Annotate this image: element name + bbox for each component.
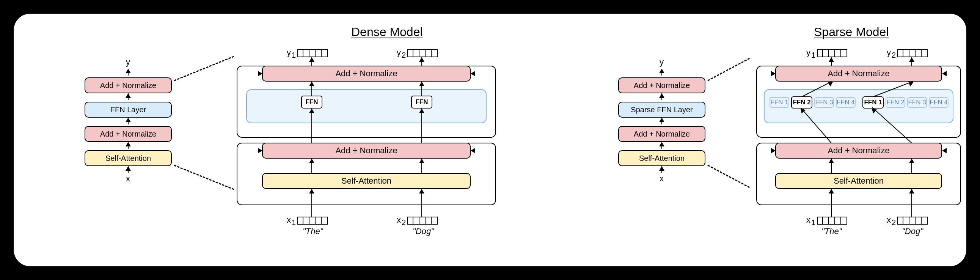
- dense-y2-lbl: y: [397, 48, 401, 58]
- sparse-x2-token: "Dog": [902, 226, 923, 236]
- sparse-y1-cells: [817, 49, 847, 57]
- sparse-left-e1: FFN 1: [770, 97, 789, 108]
- sparse-attn-up2-head: [909, 159, 915, 163]
- dense-attn-up1-head: [309, 159, 314, 163]
- dense-ffn1-up-head: [309, 81, 314, 86]
- sparse-y2-arrow-head: [909, 57, 915, 62]
- sparse-y1-lbl: y: [806, 48, 810, 58]
- dense-y1-lbl: y: [287, 48, 291, 58]
- sparse-small-arrow-3-head: [659, 93, 665, 98]
- sparse-y2-cells: [897, 49, 928, 57]
- sparse-small-y-label: y: [660, 57, 664, 67]
- dense-small-addnorm-top: Add + Normalize: [84, 77, 172, 93]
- sparse-small-self-attn: Self-Attention: [618, 150, 705, 166]
- dense-small-arrow-y-head: [126, 69, 131, 73]
- dense-ffn2-in-line: [422, 108, 422, 143]
- dense-addnorm-top-arrow-right: [471, 71, 475, 76]
- sparse-addnorm-top: Add + Normalize: [775, 66, 942, 81]
- sparse-small-arrow-y-head: [659, 69, 665, 73]
- sparse-self-attn: Self-Attention: [775, 173, 942, 189]
- sparse-y1-sub: 1: [811, 51, 815, 60]
- sparse-small-ffn-layer: Sparse FFN Layer: [618, 102, 705, 118]
- title-sparse: Sparse Model: [814, 25, 889, 39]
- dense-small-arrow-3-head: [126, 93, 131, 98]
- sparse-x1-token: "The": [821, 226, 842, 236]
- dense-self-attn: Self-Attention: [262, 173, 471, 189]
- sparse-x1-sub: 1: [811, 218, 815, 227]
- sparse-addnorm-bottom-arrow-left: [771, 148, 776, 153]
- dense-attn-up2-head: [419, 159, 425, 163]
- dense-ffn2-in-head: [419, 108, 425, 113]
- dense-x1-token: "The": [303, 226, 323, 236]
- sparse-x2-sub: 2: [892, 218, 896, 227]
- sparse-addnorm-bottom-arrow-right: [942, 148, 947, 153]
- dense-dashed-bottom: [174, 165, 234, 190]
- sparse-x2-up-head: [909, 189, 915, 194]
- dense-small-self-attn: Self-Attention: [84, 150, 172, 166]
- dense-x1-lbl: x: [287, 215, 291, 225]
- sparse-addnorm-bottom: Add + Normalize: [775, 143, 942, 159]
- dense-ffn2-up-head: [419, 81, 425, 86]
- dense-addnorm-bottom-arrow-left: [258, 148, 262, 153]
- dense-x2-up-head: [419, 189, 425, 194]
- dense-addnorm-bottom: Add + Normalize: [262, 143, 471, 159]
- sparse-addnorm-top-arrow-right: [942, 71, 947, 76]
- dense-small-ffn-layer: FFN Layer: [84, 102, 172, 118]
- sparse-dashed-top: [707, 58, 750, 81]
- sparse-y2-sub: 2: [892, 51, 896, 60]
- sparse-left-e3: FFN 3: [814, 97, 834, 108]
- sparse-x2-cells: [897, 216, 928, 224]
- dense-dashed-top: [174, 56, 234, 81]
- title-dense: Dense Model: [351, 25, 423, 39]
- sparse-dashed-bottom: [707, 165, 750, 188]
- dense-small-arrow-2-head: [126, 118, 131, 122]
- dense-addnorm-top: Add + Normalize: [262, 66, 471, 81]
- sparse-x1-up-head: [829, 189, 834, 194]
- sparse-y1-arrow-head: [829, 57, 834, 62]
- sparse-x2-lbl: x: [887, 215, 891, 225]
- dense-y2-sub: 2: [402, 51, 406, 60]
- dense-x2-cells: [407, 216, 438, 224]
- dense-small-x-label: x: [126, 174, 130, 184]
- sparse-small-arrow-x-head: [659, 166, 665, 171]
- dense-x1-up-head: [309, 189, 314, 194]
- sparse-small-arrow-2-head: [659, 118, 665, 122]
- dense-small-arrow-x-head: [126, 166, 131, 171]
- dense-ffn-chip-1: FFN: [301, 95, 322, 108]
- sparse-right-e2: FFN 2: [886, 97, 905, 108]
- sparse-small-x-label: x: [660, 174, 664, 184]
- dense-y1-cells: [298, 49, 328, 57]
- sparse-y2-lbl: y: [887, 48, 891, 58]
- dense-x2-lbl: x: [397, 215, 401, 225]
- dense-y2-arrow-head: [419, 57, 425, 62]
- sparse-small-addnorm-top: Add + Normalize: [618, 77, 705, 93]
- dense-addnorm-top-arrow-left: [258, 71, 262, 76]
- sparse-addnorm-top-arrow-left: [771, 71, 776, 76]
- dense-y2-cells: [407, 49, 438, 57]
- dense-addnorm-bottom-arrow-right: [471, 148, 475, 153]
- dense-y1-arrow-head: [309, 57, 314, 62]
- dense-small-addnorm-bottom: Add + Normalize: [84, 126, 172, 142]
- dense-x2-sub: 2: [402, 218, 406, 227]
- dense-small-y-label: y: [126, 57, 130, 67]
- dense-x2-token: "Dog": [413, 226, 434, 236]
- sparse-left-e4: FFN 4: [836, 97, 856, 108]
- dense-small-arrow-1-head: [126, 142, 131, 146]
- dense-x1-sub: 1: [292, 218, 296, 227]
- sparse-x1-lbl: x: [806, 215, 810, 225]
- sparse-right-e3: FFN 3: [907, 97, 927, 108]
- dense-y1-sub: 1: [292, 51, 296, 60]
- sparse-small-arrow-1-head: [659, 142, 665, 146]
- dense-ffn1-in-head: [309, 108, 314, 113]
- dense-ffn1-in-line: [311, 108, 312, 143]
- dense-x1-cells: [298, 216, 328, 224]
- sparse-x1-cells: [817, 216, 847, 224]
- sparse-attn-up1-head: [829, 159, 834, 163]
- sparse-right-e4: FFN 4: [929, 97, 948, 108]
- dense-ffn-container: [246, 89, 487, 123]
- dense-ffn-chip-2: FFN: [411, 95, 432, 108]
- sparse-small-addnorm-bottom: Add + Normalize: [618, 126, 705, 142]
